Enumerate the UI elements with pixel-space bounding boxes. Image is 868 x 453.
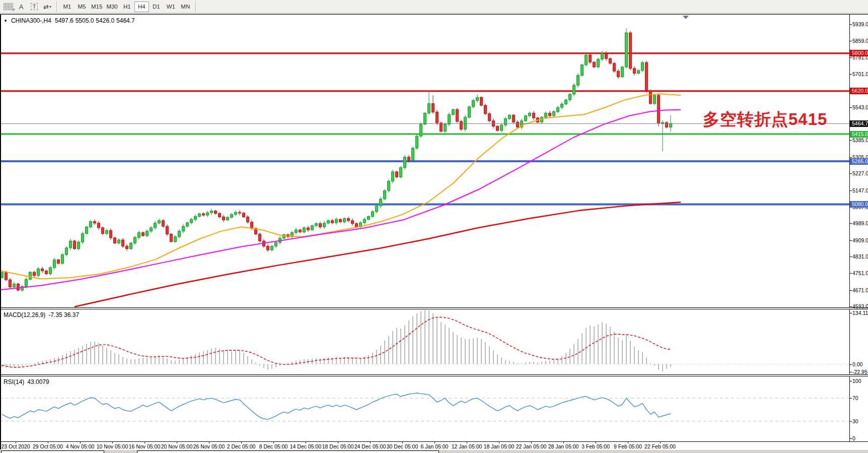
price-tick (850, 190, 852, 191)
time-tick-label: 18 Jan 05:00 (484, 443, 515, 449)
time-tick-label: 10 Nov 05:00 (97, 443, 128, 449)
symbol-dropdown-icon[interactable]: ▼ (4, 19, 8, 23)
price-tick-label: 4671.0 (852, 287, 868, 293)
candle-body (400, 168, 402, 177)
candle-body (259, 234, 261, 241)
macd-axis[interactable]: 134.110.00-22.95 (849, 309, 868, 374)
macd-panel[interactable]: MACD(12,26,9) -7.35 36.37 134.110.00-22.… (0, 309, 868, 375)
candle-body (617, 71, 620, 77)
rsi-line (2, 393, 671, 419)
candle-body (504, 119, 507, 125)
draw-tools-button[interactable]: ⇄ ▾ (41, 1, 53, 12)
time-tick-label: 28 Jan 05:00 (548, 443, 579, 449)
candle-body (53, 260, 56, 268)
candle-body (484, 105, 487, 114)
candle-body (17, 284, 20, 290)
candle-body (376, 206, 378, 212)
candle-body (138, 233, 140, 238)
ma_mid-line[interactable] (0, 110, 681, 290)
rsi-axis[interactable]: 10070300 (849, 376, 868, 441)
background-window-edge (1, 450, 104, 453)
candle-body (364, 219, 366, 223)
main-chart-panel[interactable]: ▼ CHINA300-,H4 5497.6 5505.0 5426.0 5464… (0, 14, 868, 308)
candle-body (170, 234, 173, 241)
candle-body (275, 242, 277, 246)
template-grid-icon[interactable]: F (2, 1, 14, 12)
price-tick (850, 57, 852, 58)
price-badge-5080.0: 5080.0 (850, 201, 868, 208)
bottom-windows-strip (0, 450, 868, 453)
candlestick-chart-surface[interactable] (0, 15, 850, 307)
candle-body (573, 85, 575, 94)
candle-body (154, 223, 157, 228)
candle-body (219, 214, 221, 217)
rsi-tick-label: 0 (852, 435, 855, 441)
candle-body (110, 230, 112, 238)
symbol-timeframe-label: CHINA300-,H4 (11, 17, 51, 24)
trading-platform-window: F A T ⇄ ▾ M1M5M15M30H1H4D1W1MN ▼ CHINA30… (0, 0, 868, 453)
price-tick (850, 140, 852, 141)
candle-body (569, 94, 571, 100)
macd-tick-label: 134.11 (852, 310, 868, 316)
candle-body (641, 62, 644, 71)
timeframe-button-h4[interactable]: H4 (134, 2, 149, 12)
timeframe-button-w1[interactable]: W1 (164, 2, 178, 12)
chart-shift-marker-icon[interactable] (683, 16, 689, 19)
candle-body (605, 53, 608, 58)
price-axis[interactable]: 5939.05859.05781.05701.05543.05385.05305… (849, 15, 868, 307)
chart-title: ▼ CHINA300-,H4 5497.6 5505.0 5426.0 5464… (4, 17, 135, 24)
candle-body (98, 223, 100, 228)
time-tick-label: 14 Dec 05:00 (290, 443, 321, 449)
candle-body (561, 104, 563, 108)
candle-body (315, 224, 318, 226)
candle-body (480, 97, 483, 105)
rsi-chart-surface[interactable] (0, 376, 850, 441)
timeframe-button-m1[interactable]: M1 (60, 2, 75, 12)
candle-body (235, 212, 237, 214)
candle-body (633, 69, 636, 74)
candle-body (231, 214, 233, 217)
candle-body (629, 33, 632, 69)
ma_fast-line[interactable] (0, 94, 681, 279)
timeframe-button-m15[interactable]: M15 (89, 2, 104, 12)
price-badge-5464.7: 5464.7 (850, 120, 868, 127)
timeframe-button-d1[interactable]: D1 (149, 2, 164, 12)
timeframe-button-h1[interactable]: H1 (120, 2, 134, 12)
candle-body (368, 217, 370, 220)
time-tick-label: 24 Dec 05:00 (354, 443, 386, 449)
candle-body (227, 217, 229, 220)
candle-body (388, 181, 390, 191)
chevron-down-icon: ▾ (49, 5, 51, 9)
price-tick (850, 74, 852, 75)
candle-body (452, 109, 455, 114)
candle-body (621, 67, 624, 77)
rsi-panel[interactable]: RSI(14) 43.0079 10070300 (0, 376, 868, 442)
text-label-button[interactable]: A (15, 1, 27, 12)
candle-body (267, 246, 269, 250)
text-frame-button[interactable]: T (28, 1, 40, 12)
candle-body (239, 212, 241, 213)
candle-body (436, 112, 439, 123)
candle-body (9, 280, 12, 287)
timeframe-button-m30[interactable]: M30 (104, 2, 119, 12)
price-tick (850, 273, 852, 274)
timeframe-button-mn[interactable]: MN (178, 2, 193, 12)
text-frame-icon: T (31, 3, 38, 10)
candle-body (343, 219, 346, 222)
candle-body (206, 213, 209, 215)
candle-body (243, 213, 245, 217)
candle-body (166, 226, 169, 234)
time-axis[interactable]: 23 Oct 202029 Oct 05:004 Nov 05:0010 Nov… (0, 442, 868, 450)
timeframe-button-m5[interactable]: M5 (75, 2, 89, 12)
macd-chart-surface[interactable] (0, 309, 850, 374)
price-tick-label: 4751.0 (852, 270, 868, 276)
price-tick-label: 4831.0 (852, 253, 868, 260)
ohlc-close: 5464.7 (116, 17, 135, 24)
candle-body (142, 233, 144, 236)
candle-body (509, 115, 511, 119)
candle-body (654, 95, 656, 104)
candle-body (339, 219, 342, 222)
candle-body (488, 114, 491, 121)
price-tick (850, 41, 852, 41)
price-tick (850, 173, 852, 174)
